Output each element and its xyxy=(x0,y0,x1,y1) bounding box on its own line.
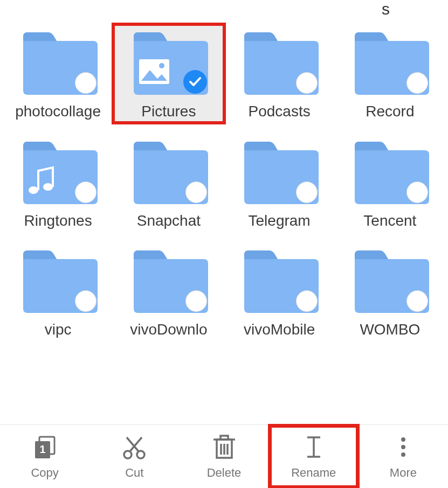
folder-icon xyxy=(128,245,209,315)
folder-item[interactable]: WOMBO xyxy=(335,242,445,341)
folder-label: Pictures xyxy=(141,102,196,121)
folder-icon xyxy=(128,136,209,206)
svg-point-8 xyxy=(137,451,144,458)
trash-icon xyxy=(212,434,236,461)
folder-label: Telegram xyxy=(249,212,311,230)
folder-label: Podcasts xyxy=(249,102,311,121)
delete-label: Delete xyxy=(207,466,242,480)
bottom-action-bar: 1 Copy Cut Delete xyxy=(0,424,448,488)
scissors-icon xyxy=(121,434,147,461)
folder-label: Record xyxy=(366,102,414,121)
cut-label: Cut xyxy=(125,466,143,480)
folder-label: Snapchat xyxy=(137,212,201,230)
header-fragment: s xyxy=(382,0,390,18)
folder-icon xyxy=(18,245,99,315)
selection-circle[interactable] xyxy=(185,182,207,203)
rename-icon xyxy=(303,434,325,461)
image-icon xyxy=(138,58,170,87)
selection-circle[interactable] xyxy=(406,182,428,203)
folder-label: vipc xyxy=(45,320,72,339)
folder-item[interactable]: vipc xyxy=(3,242,113,341)
folder-label: photocollage xyxy=(15,102,101,121)
folder-item[interactable]: Ringtones xyxy=(3,134,113,232)
svg-point-22 xyxy=(401,452,405,457)
folder-item[interactable]: Tencent xyxy=(335,134,445,232)
music-icon xyxy=(25,164,58,199)
selection-circle[interactable] xyxy=(75,72,97,94)
selection-circle[interactable] xyxy=(75,182,97,203)
selected-check-icon[interactable] xyxy=(183,70,207,94)
folder-label: vivoMobile xyxy=(244,320,315,339)
rename-button[interactable]: Rename xyxy=(269,425,359,488)
folder-item[interactable]: Telegram xyxy=(224,134,335,232)
more-button[interactable]: More xyxy=(359,425,448,488)
folder-icon xyxy=(349,136,430,206)
more-icon xyxy=(399,434,408,461)
more-label: More xyxy=(390,466,417,480)
svg-point-3 xyxy=(43,183,53,191)
folder-icon xyxy=(349,245,430,315)
copy-button[interactable]: 1 Copy xyxy=(0,425,89,488)
selection-circle[interactable] xyxy=(75,290,97,312)
folder-label: WOMBO xyxy=(360,320,420,339)
folder-label: vivoDownlo xyxy=(130,320,207,339)
selection-circle[interactable] xyxy=(185,290,207,312)
folder-icon xyxy=(18,136,99,206)
svg-rect-16 xyxy=(220,436,228,440)
folder-item[interactable]: vivoMobile xyxy=(224,242,335,341)
folder-icon xyxy=(349,27,430,97)
svg-point-2 xyxy=(29,186,38,194)
folder-icon xyxy=(18,27,99,97)
folder-item[interactable]: Record xyxy=(335,24,445,123)
folder-item[interactable]: Pictures xyxy=(113,24,224,123)
folder-item[interactable]: Podcasts xyxy=(224,24,335,123)
folder-icon xyxy=(239,245,320,315)
svg-point-1 xyxy=(159,63,164,68)
folder-icon xyxy=(239,136,320,206)
selection-circle[interactable] xyxy=(296,182,318,203)
svg-point-21 xyxy=(401,445,405,449)
svg-point-20 xyxy=(401,437,405,442)
folder-item[interactable]: vivoDownlo xyxy=(113,242,224,341)
copy-label: Copy xyxy=(31,466,58,480)
folder-icon xyxy=(239,27,320,97)
folder-icon xyxy=(128,27,209,97)
copy-icon: 1 xyxy=(32,434,57,461)
folder-grid: photocollage Pictures Podcasts Record Ri… xyxy=(0,24,448,341)
folder-label: Tencent xyxy=(363,212,416,230)
folder-label: Ringtones xyxy=(24,212,92,230)
delete-button[interactable]: Delete xyxy=(179,425,268,488)
folder-item[interactable]: photocollage xyxy=(3,24,113,123)
cut-button[interactable]: Cut xyxy=(89,425,179,488)
svg-text:1: 1 xyxy=(40,443,46,455)
svg-point-7 xyxy=(124,451,132,458)
folder-item[interactable]: Snapchat xyxy=(113,134,224,232)
selection-circle[interactable] xyxy=(296,72,318,94)
rename-label: Rename xyxy=(291,466,336,480)
